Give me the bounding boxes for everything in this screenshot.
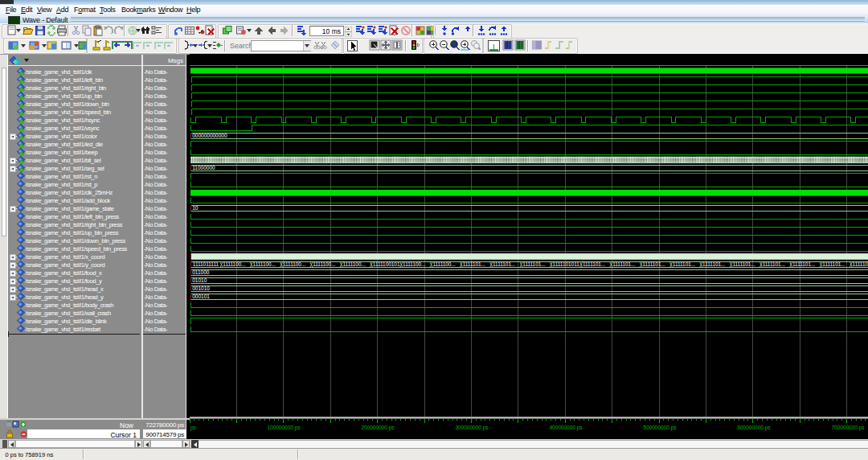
svg-text:10: 10 xyxy=(192,205,199,211)
svg-text:1111101...: 1111101... xyxy=(763,261,786,267)
svg-text:500000000 ps: 500000000 ps xyxy=(643,425,677,431)
svg-text:400000000 ps: 400000000 ps xyxy=(549,425,583,431)
svg-text:1111101011: 1111101011 xyxy=(553,261,580,267)
svg-text:011000: 011000 xyxy=(192,269,210,275)
svg-text:1111100...: 1111100... xyxy=(432,261,456,267)
svg-text:1111101...: 1111101... xyxy=(673,261,696,267)
svg-text:1111101...: 1111101... xyxy=(853,261,868,267)
svg-text:1111101...: 1111101... xyxy=(732,261,755,267)
svg-text:100000000 ps: 100000000 ps xyxy=(267,425,301,431)
svg-text:1111100...: 1111100... xyxy=(223,261,246,267)
svg-text:000101: 000101 xyxy=(192,294,210,299)
svg-text:ps: ps xyxy=(190,425,197,431)
svg-text:1111101...: 1111101... xyxy=(493,261,516,267)
svg-text:600000000 ps: 600000000 ps xyxy=(737,425,771,431)
svg-text:1111101...: 1111101... xyxy=(643,261,666,267)
svg-text:001010: 001010 xyxy=(192,285,210,291)
svg-text:200000000 ps: 200000000 ps xyxy=(361,425,395,431)
svg-text:1111101...: 1111101... xyxy=(792,261,816,267)
svg-text:1111100...: 1111100... xyxy=(343,261,366,267)
svg-text:1111101...: 1111101... xyxy=(822,261,845,267)
svg-text:1111101...: 1111101... xyxy=(702,261,726,267)
svg-text:000000000000: 000000000000 xyxy=(192,133,227,138)
svg-text:1111100...: 1111100... xyxy=(313,261,336,267)
svg-text:700000000 ps: 700000000 ps xyxy=(831,425,865,431)
svg-text:1111101...: 1111101... xyxy=(583,261,606,267)
svg-text:300000000 ps: 300000000 ps xyxy=(455,425,489,431)
svg-text:1111100...: 1111100... xyxy=(403,261,426,267)
svg-text:1111100101: 1111100101 xyxy=(373,261,400,267)
svg-text:1111101...: 1111101... xyxy=(463,261,486,267)
svg-text:1111100...: 1111100... xyxy=(283,261,306,267)
svg-text:11000000: 11000000 xyxy=(192,165,215,170)
svg-text:1111011111: 1111011111 xyxy=(193,261,219,267)
svg-text:1111100...: 1111100... xyxy=(253,261,276,267)
svg-text:1111101...: 1111101... xyxy=(522,261,546,267)
svg-text:1111101...: 1111101... xyxy=(612,261,636,267)
svg-text:01010: 01010 xyxy=(192,277,207,283)
